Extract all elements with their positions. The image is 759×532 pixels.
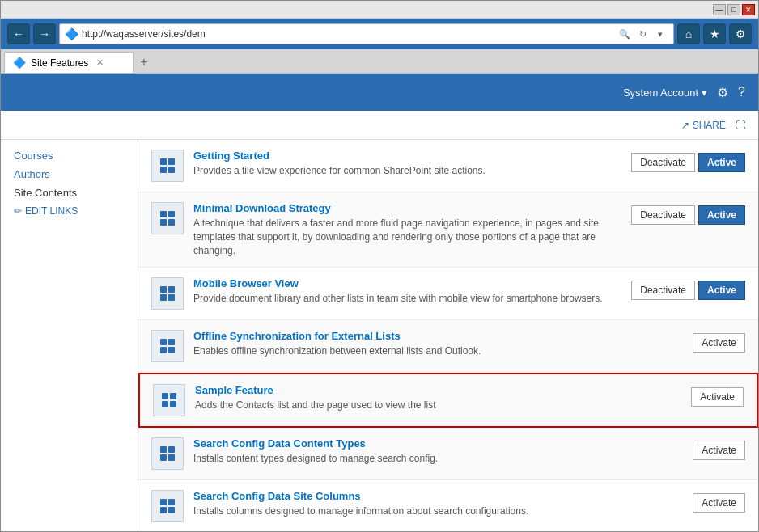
feature-icon (151, 150, 184, 182)
tab-icon: 🔷 (13, 57, 26, 69)
feature-info: Minimal Download Strategy A technique th… (193, 202, 621, 257)
back-button[interactable]: ← (7, 23, 30, 44)
sidebar: Courses Authors Site Contents ✏ EDIT LIN… (1, 140, 138, 531)
deactivate-button[interactable]: Deactivate (631, 153, 695, 172)
close-button[interactable]: ✕ (742, 4, 755, 15)
tab-bar: 🔷 Site Features ✕ + (1, 49, 758, 74)
feature-actions: Activate (693, 333, 745, 353)
activate-button[interactable]: Activate (693, 441, 745, 460)
feature-description: Provides a tile view experience for comm… (193, 164, 621, 178)
feature-icon (151, 202, 184, 234)
share-icon: ↗ (681, 120, 689, 131)
feature-description: Installs columns designed to manage info… (193, 505, 683, 518)
activate-button[interactable]: Activate (693, 333, 745, 353)
home-button[interactable]: ⌂ (677, 23, 700, 44)
deactivate-button[interactable]: Deactivate (631, 281, 695, 300)
edit-links-label: EDIT LINKS (25, 205, 78, 217)
active-button: Active (698, 281, 745, 300)
dropdown-icon[interactable]: ▾ (652, 26, 668, 42)
sidebar-item-courses[interactable]: Courses (14, 150, 125, 162)
search-icon[interactable]: 🔍 (617, 26, 633, 42)
feature-name: Search Config Data Site Columns (193, 490, 683, 502)
maximize-button[interactable]: □ (727, 4, 740, 15)
active-button: Active (698, 205, 745, 225)
feature-info: Getting Started Provides a tile view exp… (193, 150, 621, 178)
feature-name: Minimal Download Strategy (193, 202, 621, 214)
content-area: Getting Started Provides a tile view exp… (138, 140, 758, 531)
share-button[interactable]: ↗ SHARE (681, 120, 726, 131)
address-bar: 🔷 http://waqasserver/sites/dem 🔍 ↻ ▾ (59, 23, 674, 44)
feature-row: Getting Started Provides a tile view exp… (138, 140, 758, 192)
focus-button[interactable]: ⛶ (736, 120, 745, 131)
user-name: System Account (623, 87, 698, 99)
feature-name: Search Config Data Content Types (193, 437, 683, 450)
feature-icon (151, 330, 184, 362)
nav-bar: ← → 🔷 http://waqasserver/sites/dem 🔍 ↻ ▾… (1, 19, 758, 49)
feature-row: Sample Feature Adds the Contacts list an… (138, 373, 758, 428)
feature-description: Installs content types designed to manag… (193, 452, 683, 466)
feature-row: Search Config Data Site Columns Installs… (138, 480, 758, 531)
feature-description: A technique that delivers a faster and m… (193, 217, 621, 257)
feature-actions: Deactivate Active (631, 281, 745, 300)
ribbon-help-icon[interactable]: ? (738, 85, 745, 99)
feature-name: Getting Started (193, 150, 621, 162)
feature-actions: Deactivate Active (631, 153, 745, 172)
favorites-button[interactable]: ★ (703, 23, 726, 44)
new-tab-button[interactable]: + (134, 52, 155, 73)
actions-bar: ↗ SHARE ⛶ (1, 111, 758, 140)
title-bar: — □ ✕ (1, 1, 758, 19)
active-button: Active (698, 153, 745, 172)
address-icon: 🔷 (65, 27, 78, 40)
feature-icon (151, 490, 184, 522)
feature-description: Adds the Contacts list and the page used… (195, 399, 681, 412)
feature-row: Minimal Download Strategy A technique th… (138, 192, 758, 268)
user-dropdown-icon: ▾ (702, 87, 707, 99)
ribbon-settings-icon[interactable]: ⚙ (717, 85, 728, 100)
feature-actions: Deactivate Active (631, 205, 745, 225)
feature-row: Mobile Browser View Provide document lib… (138, 268, 758, 320)
feature-name: Offline Synchronization for External Lis… (193, 330, 683, 342)
focus-icon: ⛶ (736, 120, 745, 131)
share-label: SHARE (693, 120, 726, 131)
feature-info: Search Config Data Site Columns Installs… (193, 490, 683, 518)
feature-description: Provide document library and other lists… (193, 292, 621, 306)
feature-row: Search Config Data Content Types Install… (138, 428, 758, 480)
feature-description: Enables offline synchronization between … (193, 344, 683, 358)
feature-actions: Activate (693, 441, 745, 460)
feature-info: Search Config Data Content Types Install… (193, 437, 683, 466)
feature-info: Sample Feature Adds the Contacts list an… (195, 384, 681, 412)
feature-info: Mobile Browser View Provide document lib… (193, 277, 621, 306)
sidebar-section-site-contents: Site Contents (14, 187, 125, 199)
edit-links-button[interactable]: ✏ EDIT LINKS (14, 205, 125, 217)
minimize-button[interactable]: — (713, 4, 726, 15)
forward-button[interactable]: → (33, 23, 56, 44)
activate-button[interactable]: Activate (691, 387, 744, 407)
feature-icon (151, 277, 184, 310)
refresh-icon[interactable]: ↻ (634, 26, 651, 42)
pencil-icon: ✏ (14, 205, 22, 217)
feature-row: Offline Synchronization for External Lis… (138, 320, 758, 373)
user-account[interactable]: System Account ▾ (623, 87, 707, 99)
feature-name: Sample Feature (195, 384, 681, 396)
feature-actions: Activate (691, 387, 744, 407)
feature-icon (151, 437, 184, 470)
feature-info: Offline Synchronization for External Lis… (193, 330, 683, 358)
browser-window: — □ ✕ ← → 🔷 http://waqasserver/sites/dem… (0, 0, 759, 532)
deactivate-button[interactable]: Deactivate (631, 205, 695, 225)
feature-icon (153, 384, 185, 416)
settings-button[interactable]: ⚙ (729, 23, 752, 44)
main-layout: Courses Authors Site Contents ✏ EDIT LIN… (1, 140, 758, 531)
address-text[interactable]: http://waqasserver/sites/dem (82, 28, 613, 40)
tab-close-button[interactable]: ✕ (96, 57, 104, 68)
feature-name: Mobile Browser View (193, 277, 621, 289)
activate-button[interactable]: Activate (693, 493, 745, 513)
active-tab[interactable]: 🔷 Site Features ✕ (4, 52, 134, 73)
tab-title: Site Features (31, 57, 88, 69)
feature-actions: Activate (693, 493, 745, 513)
sidebar-item-authors[interactable]: Authors (14, 168, 125, 180)
ribbon: System Account ▾ ⚙ ? (1, 74, 758, 111)
